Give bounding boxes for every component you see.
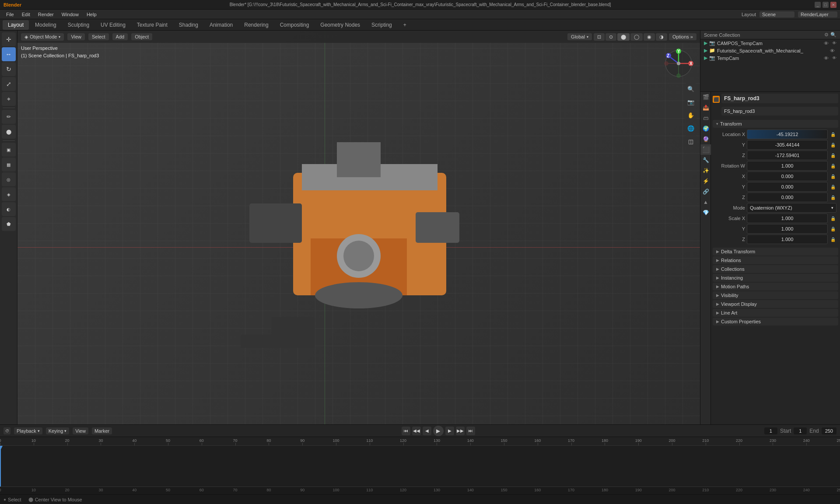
menu-edit[interactable]: Edit (18, 11, 34, 18)
select-menu[interactable]: Select (88, 33, 109, 40)
viewport-canvas[interactable] (18, 31, 700, 424)
add-menu[interactable]: Add (112, 33, 128, 40)
outliner-filter-icon[interactable]: ⚙ (824, 32, 829, 38)
cursor-tool[interactable]: ✛ (2, 32, 16, 46)
location-z-lock-icon[interactable]: 🔒 (830, 152, 836, 159)
add-tool[interactable]: ▦ (2, 158, 16, 172)
delta-transform-header[interactable]: ▶ Delta Transform (713, 248, 838, 256)
scale-x-lock-icon[interactable]: 🔒 (830, 215, 836, 222)
zoom-to-fit-icon[interactable]: 🔍 (685, 83, 696, 94)
tab-sculpting[interactable]: Sculpting (63, 20, 94, 30)
pan-icon[interactable]: ✋ (685, 109, 696, 121)
visibility-eye-icon-2[interactable]: 👁 (830, 48, 835, 53)
outliner-item-tempcam[interactable]: ▶ 📷 TempCam 👁 👁 (700, 54, 840, 62)
visibility-header[interactable]: ▶ Visibility (713, 291, 838, 299)
tab-scripting[interactable]: Scripting (366, 20, 397, 30)
object-menu[interactable]: Object (131, 33, 152, 40)
tab-geometry-nodes[interactable]: Geometry Nodes (315, 20, 365, 30)
scale-y-input[interactable]: 1.000 (747, 224, 828, 234)
render-eye-icon[interactable]: 👁 (832, 41, 836, 46)
relations-header[interactable]: ▶ Relations (713, 256, 838, 264)
extra-tool-1[interactable]: ◎ (2, 172, 16, 186)
scale-tool[interactable]: ⤢ (2, 77, 16, 91)
playback-menu[interactable]: Playback ▾ (14, 427, 42, 434)
prop-tab-constraints[interactable]: 🔗 (700, 186, 711, 197)
prop-tab-modifiers[interactable]: 🔧 (700, 155, 711, 165)
shading-material-btn[interactable]: ◑ (656, 33, 667, 41)
menu-help[interactable]: Help (83, 11, 100, 18)
rotation-w-lock-icon[interactable]: 🔒 (830, 162, 836, 169)
play-button[interactable]: ▶ (433, 426, 444, 436)
view-menu[interactable]: View (67, 33, 85, 40)
prop-tab-output[interactable]: 📤 (700, 102, 711, 113)
outliner-item-campos[interactable]: ▶ 📷 CAMPOS_TempCam 👁 👁 (700, 39, 840, 47)
shading-wire-btn[interactable]: ◯ (630, 33, 643, 41)
extra-tool-3[interactable]: ◐ (2, 202, 16, 216)
view-menu-timeline[interactable]: View (73, 427, 88, 434)
jump-start-button[interactable]: ⏮ (402, 427, 410, 435)
rotation-x-input[interactable]: 0.000 (747, 172, 828, 181)
menu-render[interactable]: Render (35, 11, 57, 18)
rotation-z-input[interactable]: 0.000 (747, 192, 828, 202)
prop-tab-materials[interactable]: 💎 (700, 207, 711, 218)
location-y-lock-icon[interactable]: 🔒 (830, 141, 836, 148)
extra-tool-2[interactable]: ◈ (2, 187, 16, 201)
line-art-header[interactable]: ▶ Line Art (713, 309, 838, 317)
transform-section-header[interactable]: ▾ Transform (713, 120, 838, 128)
rotation-mode-select[interactable]: Quaternion (WXYZ)▾ (747, 203, 836, 213)
wireframe-icon[interactable]: ◫ (685, 136, 696, 147)
maximize-button[interactable]: □ (822, 2, 829, 8)
prop-tab-world[interactable]: 🔮 (700, 134, 711, 144)
options-btn[interactable]: Options » (669, 33, 696, 40)
navigation-gizmo[interactable]: X Y Z (663, 48, 694, 79)
measure-tool[interactable]: ⬤ (2, 125, 16, 139)
prop-tab-render[interactable]: 🎬 (700, 92, 711, 102)
minimize-button[interactable]: _ (815, 2, 821, 8)
rotate-tool[interactable]: ↻ (2, 62, 16, 76)
object-name-input[interactable]: FS_harp_rod3 (721, 94, 838, 103)
menu-file[interactable]: File (3, 11, 18, 18)
prop-tab-scene[interactable]: 🌍 (700, 123, 711, 134)
scale-x-input[interactable]: 1.000 (747, 214, 828, 223)
rotation-w-input[interactable]: 1.000 (747, 161, 828, 171)
camera-view-icon[interactable]: 📷 (685, 96, 696, 108)
prop-tab-physics[interactable]: ⚡ (700, 176, 711, 186)
object-data-name-input[interactable]: FS_harp_rod3 (721, 107, 838, 116)
shading-rendered-btn[interactable]: ◉ (644, 33, 655, 41)
motion-paths-header[interactable]: ▶ Motion Paths (713, 283, 838, 290)
extra-tool-4[interactable]: ⬟ (2, 217, 16, 231)
visibility-eye-icon[interactable]: 👁 (824, 41, 829, 46)
step-back-button[interactable]: ◀ (423, 427, 431, 435)
outliner-item-futuristic[interactable]: ▶ 📁 Futuristic_Spacecraft_with_Mechanica… (700, 47, 840, 54)
prop-tab-data[interactable]: ▲ (700, 197, 711, 207)
prop-tab-object[interactable]: ⬛ (700, 144, 711, 155)
rotation-z-lock-icon[interactable]: 🔒 (830, 194, 836, 201)
custom-properties-header[interactable]: ▶ Custom Properties (713, 318, 838, 326)
tab-rendering[interactable]: Rendering (239, 20, 273, 30)
rotation-y-lock-icon[interactable]: 🔒 (830, 183, 836, 190)
tab-layout[interactable]: Layout (3, 20, 29, 30)
render-eye-icon-3[interactable]: 👁 (832, 56, 836, 60)
shading-solid-btn[interactable]: ⬤ (617, 33, 630, 41)
scale-y-lock-icon[interactable]: 🔒 (830, 225, 836, 232)
tab-animation[interactable]: Animation (204, 20, 238, 30)
scene-selector[interactable]: Scene (760, 11, 794, 18)
scale-z-lock-icon[interactable]: 🔒 (830, 236, 836, 243)
menu-window[interactable]: Window (58, 11, 82, 18)
jump-end-button[interactable]: ⏭ (466, 427, 475, 435)
outliner-search-icon[interactable]: 🔍 (830, 32, 836, 38)
tab-texture-paint[interactable]: Texture Paint (132, 20, 173, 30)
render-preview-icon[interactable]: 🌐 (685, 122, 696, 134)
location-x-lock-icon[interactable]: 🔒 (830, 131, 836, 138)
marker-menu[interactable]: Marker (92, 427, 112, 434)
instancing-header[interactable]: ▶ Instancing (713, 274, 838, 282)
snapping-btn[interactable]: ⊡ (594, 33, 605, 41)
location-z-input[interactable]: -172.59401 (747, 150, 828, 160)
timeline-track[interactable] (0, 446, 840, 486)
rotation-x-lock-icon[interactable]: 🔒 (830, 173, 836, 180)
step-forward-button[interactable]: ▶ (445, 427, 454, 435)
prev-keyframe-button[interactable]: ◀◀ (412, 427, 421, 435)
current-frame-display[interactable]: 1 (764, 427, 777, 434)
tab-shading[interactable]: Shading (174, 20, 203, 30)
viewport-display-header[interactable]: ▶ Viewport Display (713, 300, 838, 308)
